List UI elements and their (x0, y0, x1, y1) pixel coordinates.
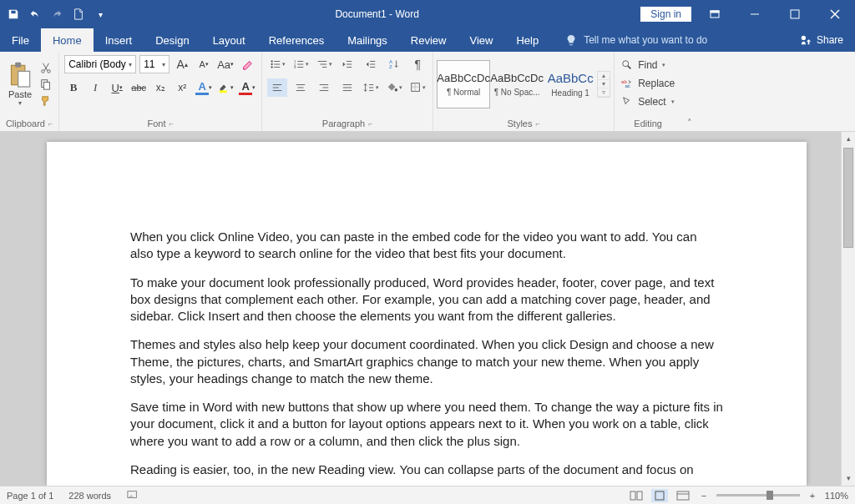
align-center-button[interactable] (291, 78, 311, 97)
zoom-knob[interactable] (766, 491, 773, 500)
increase-indent-button[interactable] (361, 55, 381, 73)
align-left-button[interactable] (267, 78, 287, 97)
tab-file[interactable]: File (0, 28, 41, 52)
lightbulb-icon (565, 34, 577, 46)
strikethrough-button[interactable]: abc (129, 78, 148, 97)
bold-button[interactable]: B (64, 78, 83, 97)
borders-button[interactable]: ▾ (407, 78, 428, 97)
paste-label: Paste (8, 89, 32, 99)
justify-button[interactable] (337, 78, 357, 97)
style-no-spacing[interactable]: AaBbCcDc¶ No Spac... (490, 60, 544, 108)
paragraph-dialog-launcher[interactable]: ⌐ (368, 119, 372, 128)
find-button[interactable]: Find▾ (621, 57, 665, 73)
cut-icon[interactable] (38, 61, 53, 74)
style-gallery-scroll: ▴ ▾ ▿ (597, 71, 610, 98)
italic-button[interactable]: I (86, 78, 104, 97)
font-name-combo[interactable]: Calibri (Body▾ (64, 55, 136, 73)
clear-formatting-icon[interactable] (238, 55, 256, 73)
highlight-button[interactable]: ▾ (216, 78, 235, 97)
share-button[interactable]: Share (788, 28, 855, 52)
undo-icon[interactable] (27, 6, 43, 23)
word-count[interactable]: 228 words (68, 491, 111, 501)
close-icon[interactable] (818, 3, 852, 26)
multilevel-list-button[interactable]: ▾ (314, 55, 334, 73)
sign-in-button[interactable]: Sign in (640, 7, 691, 22)
new-doc-icon[interactable] (70, 6, 87, 23)
svg-point-15 (271, 60, 273, 62)
zoom-level[interactable]: 110% (825, 491, 848, 501)
redo-icon[interactable] (48, 6, 65, 23)
subscript-button[interactable]: x₂ (151, 78, 169, 97)
styles-dialog-launcher[interactable]: ⌐ (535, 119, 539, 128)
align-right-button[interactable] (314, 78, 334, 97)
sort-button[interactable]: AZ (384, 55, 404, 73)
svg-rect-65 (677, 491, 689, 500)
style-scroll-down[interactable]: ▾ (598, 80, 610, 88)
minimize-icon[interactable] (738, 3, 772, 26)
decrease-indent-button[interactable] (337, 55, 357, 73)
qat-customize-icon[interactable]: ▾ (92, 6, 109, 23)
paste-button[interactable]: Paste ▾ (5, 59, 35, 108)
tab-references[interactable]: References (257, 28, 336, 52)
font-color-button[interactable]: A▾ (238, 78, 256, 97)
zoom-slider[interactable] (716, 494, 800, 496)
zoom-out-button[interactable]: − (698, 491, 710, 501)
style-gallery-expand[interactable]: ▿ (598, 88, 610, 97)
style-heading1[interactable]: AaBbCcHeading 1 (544, 60, 597, 108)
shading-button[interactable]: ▾ (384, 78, 404, 97)
save-icon[interactable] (5, 6, 22, 23)
read-mode-icon[interactable] (628, 489, 645, 502)
show-marks-button[interactable]: ¶ (407, 55, 428, 73)
svg-text:3: 3 (294, 65, 296, 69)
tab-mailings[interactable]: Mailings (336, 28, 399, 52)
zoom-in-button[interactable]: + (807, 491, 818, 501)
paragraph[interactable]: Themes and styles also help keep your do… (130, 336, 723, 387)
grow-font-button[interactable]: A▴ (173, 55, 191, 73)
scroll-up-button[interactable]: ▴ (842, 132, 855, 146)
replace-button[interactable]: abacReplace (621, 75, 675, 92)
tab-help[interactable]: Help (504, 28, 550, 52)
text-effects-button[interactable]: A▾ (195, 78, 213, 97)
clipboard-dialog-launcher[interactable]: ⌐ (48, 119, 53, 128)
copy-icon[interactable] (38, 78, 53, 91)
line-spacing-button[interactable]: ▾ (361, 78, 381, 97)
scroll-thumb[interactable] (843, 148, 853, 248)
tab-view[interactable]: View (458, 28, 504, 52)
editing-label: Editing (634, 118, 662, 129)
style-scroll-up[interactable]: ▴ (598, 72, 610, 80)
tab-home[interactable]: Home (41, 28, 94, 52)
page-indicator[interactable]: Page 1 of 1 (7, 491, 53, 501)
tab-layout[interactable]: Layout (201, 28, 257, 52)
bullets-button[interactable]: ▾ (267, 55, 287, 73)
share-label: Share (817, 34, 843, 46)
underline-button[interactable]: U▾ (108, 78, 126, 97)
select-button[interactable]: Select▾ (621, 93, 674, 110)
scroll-down-button[interactable]: ▾ (842, 471, 855, 486)
page[interactable]: When you click Online Video, you can pas… (47, 142, 807, 486)
scroll-track[interactable] (842, 146, 855, 471)
paragraph[interactable]: To make your document look professionall… (130, 275, 723, 325)
tab-review[interactable]: Review (399, 28, 458, 52)
format-painter-icon[interactable] (38, 94, 53, 108)
ribbon-display-icon[interactable] (698, 3, 731, 26)
font-dialog-launcher[interactable]: ⌐ (169, 119, 174, 128)
numbering-button[interactable]: 123▾ (291, 55, 311, 73)
proofing-icon[interactable] (126, 489, 139, 502)
style-normal[interactable]: AaBbCcDc¶ Normal (437, 60, 490, 108)
paste-icon (8, 61, 32, 89)
paragraph[interactable]: When you click Online Video, you can pas… (130, 229, 723, 263)
superscript-button[interactable]: x² (173, 78, 191, 97)
shrink-font-button[interactable]: A▾ (195, 55, 213, 73)
paragraph[interactable]: Reading is easier, too, in the new Readi… (130, 461, 723, 478)
share-icon (800, 34, 812, 46)
print-layout-icon[interactable] (651, 489, 668, 502)
web-layout-icon[interactable] (675, 489, 691, 502)
font-size-combo[interactable]: 11▾ (139, 55, 169, 73)
maximize-icon[interactable] (778, 3, 812, 26)
tab-design[interactable]: Design (144, 28, 200, 52)
change-case-button[interactable]: Aa▾ (216, 55, 235, 73)
collapse-ribbon-icon[interactable]: ˄ (681, 118, 698, 131)
paragraph[interactable]: Save time in Word with new buttons that … (130, 399, 723, 450)
tab-insert[interactable]: Insert (94, 28, 144, 52)
tell-me-search[interactable]: Tell me what you want to do (550, 28, 788, 52)
